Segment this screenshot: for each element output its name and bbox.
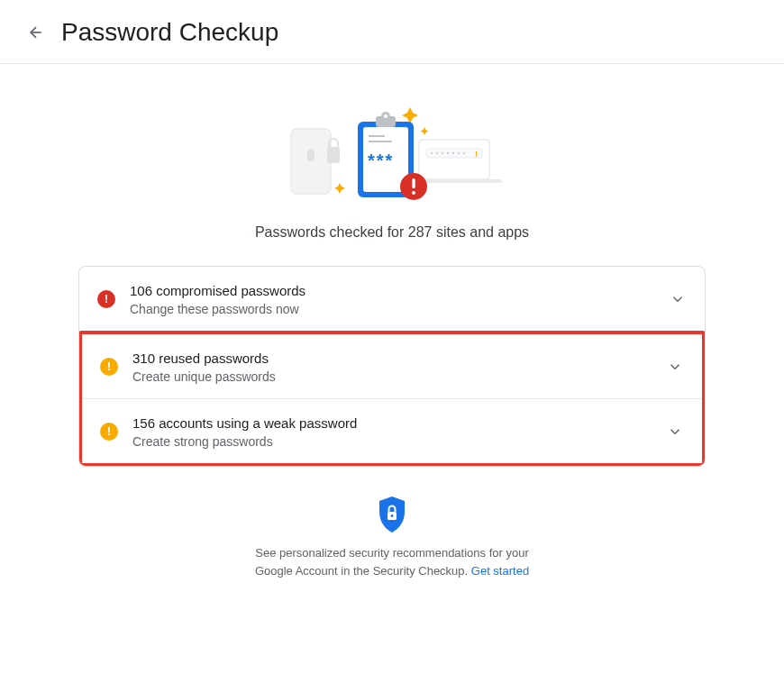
svg-point-23 [412, 191, 415, 195]
warning-icon: ! [100, 423, 118, 441]
weak-subtitle: Create strong passwords [132, 434, 666, 449]
results-card: ! 106 compromised passwords Change these… [78, 266, 706, 467]
warning-icon: ! [100, 358, 118, 376]
shield-lock-icon [377, 496, 407, 533]
arrow-left-icon [27, 23, 45, 41]
reused-row[interactable]: ! 310 reused passwords Create unique pas… [82, 334, 702, 399]
compromised-subtitle: Change these passwords now [130, 302, 669, 316]
chevron-down-icon [666, 423, 684, 441]
reused-title: 310 reused passwords [132, 349, 666, 368]
footer-text: See personalized security recommendation… [255, 544, 529, 579]
hero-section: ! *** Passwords checked for 287 sites an… [0, 64, 784, 266]
passwords-checked-text: Passwords checked for 287 sites and apps [255, 224, 529, 241]
svg-point-5 [436, 152, 438, 154]
hero-illustration: ! *** [275, 96, 509, 205]
chevron-down-icon [666, 358, 684, 376]
compromised-title: 106 compromised passwords [130, 281, 669, 300]
svg-point-25 [391, 515, 394, 517]
svg-point-8 [452, 152, 454, 154]
row-text: 156 accounts using a weak password Creat… [132, 414, 666, 449]
svg-rect-22 [412, 178, 415, 188]
highlight-frame: ! 310 reused passwords Create unique pas… [78, 331, 706, 467]
chevron-down-icon [669, 290, 687, 308]
svg-text:***: *** [368, 150, 394, 170]
weak-row[interactable]: ! 156 accounts using a weak password Cre… [82, 399, 702, 463]
svg-point-17 [384, 114, 387, 118]
get-started-link[interactable]: Get started [471, 564, 529, 578]
footer-section: See personalized security recommendation… [0, 488, 784, 579]
reused-subtitle: Create unique passwords [132, 369, 666, 384]
svg-point-4 [431, 152, 433, 154]
page-title: Password Checkup [61, 18, 278, 47]
footer-line1: See personalized security recommendation… [255, 546, 528, 560]
svg-text:!: ! [475, 150, 478, 159]
row-text: 310 reused passwords Create unique passw… [132, 349, 666, 384]
svg-point-10 [463, 152, 465, 154]
svg-rect-1 [327, 147, 340, 163]
svg-point-7 [447, 152, 449, 154]
footer-line2: Google Account in the Security Checkup. [255, 564, 471, 578]
row-text: 106 compromised passwords Change these p… [130, 281, 669, 316]
svg-point-6 [442, 152, 443, 154]
weak-title: 156 accounts using a weak password [132, 414, 666, 433]
back-button[interactable] [25, 22, 47, 43]
header-bar: Password Checkup [0, 0, 784, 64]
alert-icon: ! [97, 290, 115, 308]
svg-point-9 [458, 152, 460, 154]
svg-rect-2 [419, 140, 489, 179]
compromised-row[interactable]: ! 106 compromised passwords Change these… [79, 267, 705, 332]
